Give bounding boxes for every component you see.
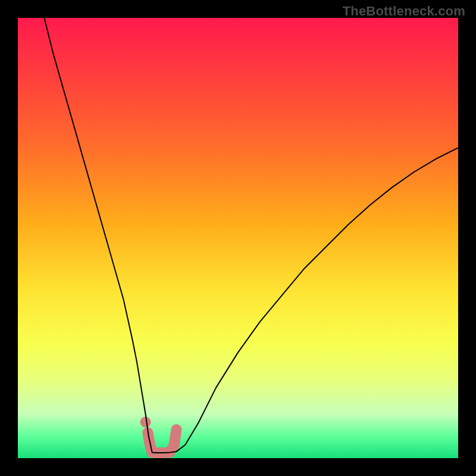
chart-svg <box>18 18 458 458</box>
chart-plot-area <box>18 18 458 458</box>
chart-frame: TheBottleneck.com <box>0 0 476 476</box>
bottleneck-curve <box>44 18 458 453</box>
watermark-text: TheBottleneck.com <box>343 4 465 19</box>
